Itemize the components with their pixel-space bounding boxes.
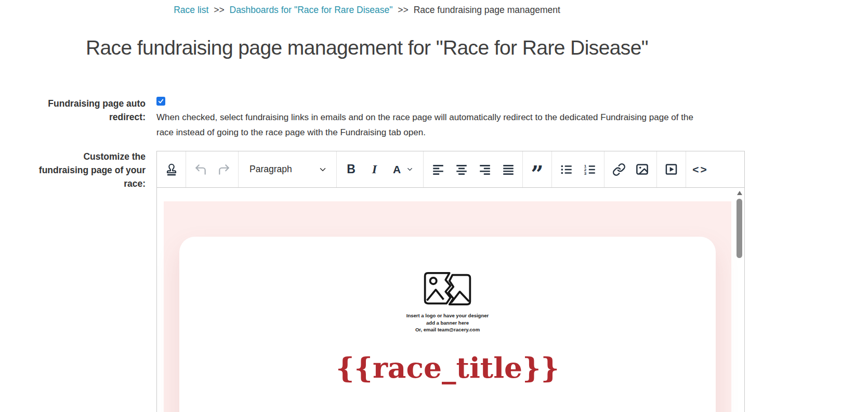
source-code-button[interactable]: <>: [689, 157, 712, 183]
toolbar-group-lists: 123: [552, 151, 604, 187]
bullet-list-button[interactable]: [555, 157, 578, 183]
redo-icon: [217, 163, 231, 176]
customize-row: Customize the fundraising page of your r…: [0, 150, 734, 412]
race-title-token[interactable]: {{race_title}}: [179, 351, 716, 384]
align-center-button[interactable]: [450, 157, 473, 183]
undo-button[interactable]: [189, 157, 212, 183]
toolbar-group-quote: ”: [523, 151, 552, 187]
image-icon: [635, 162, 649, 176]
editor-scrollbar[interactable]: [735, 189, 743, 412]
auto-redirect-label: Fundraising page auto redirect:: [34, 97, 146, 124]
toolbar-group-format: Paragraph: [239, 151, 337, 187]
image-button[interactable]: [630, 157, 654, 183]
fundraising-page-card: Insert a logo or have your designer add …: [179, 237, 716, 412]
rich-text-editor: Paragraph B I A: [156, 151, 745, 412]
toolbar-group-media: [657, 151, 686, 187]
link-icon: [612, 163, 626, 176]
italic-button[interactable]: I: [363, 157, 386, 183]
fundraising-page-background: Insert a logo or have your designer add …: [164, 201, 731, 412]
paragraph-dropdown[interactable]: Paragraph: [241, 157, 334, 183]
auto-redirect-description: When checked, select fundraising links i…: [156, 110, 709, 140]
italic-icon: I: [372, 162, 377, 176]
customize-label-col: Customize the fundraising page of your r…: [0, 150, 146, 190]
toolbar-group-stamp: [157, 151, 186, 187]
breadcrumb-separator: >>: [214, 5, 224, 15]
align-center-icon: [455, 163, 468, 176]
bold-button[interactable]: B: [339, 157, 363, 183]
undo-icon: [194, 163, 207, 176]
redo-button[interactable]: [212, 157, 235, 183]
toolbar-group-align: [424, 151, 523, 187]
link-button[interactable]: [607, 157, 630, 183]
align-right-icon: [478, 163, 492, 176]
stamp-icon: [164, 162, 179, 177]
blockquote-button[interactable]: ”: [525, 157, 549, 183]
customize-label: Customize the fundraising page of your r…: [34, 150, 146, 190]
checkmark-icon: [157, 98, 164, 105]
scrollbar-thumb[interactable]: [737, 199, 742, 258]
align-right-button[interactable]: [473, 157, 496, 183]
toolbar-group-insert: [604, 151, 657, 187]
content-wrap: Race list >> Dashboards for "Race for Ra…: [0, 0, 734, 412]
breadcrumb: Race list >> Dashboards for "Race for Ra…: [0, 0, 734, 16]
align-left-button[interactable]: [426, 157, 450, 183]
blockquote-icon: ”: [531, 172, 543, 177]
breadcrumb-separator: >>: [398, 5, 408, 15]
text-color-button[interactable]: A: [386, 157, 420, 183]
page-title: Race fundraising page management for "Ra…: [0, 36, 734, 59]
media-icon: [664, 162, 678, 176]
source-code-icon: <>: [692, 163, 708, 176]
chevron-down-icon: [318, 165, 327, 174]
editor-content-area[interactable]: Insert a logo or have your designer add …: [157, 188, 744, 412]
editor-toolbar: Paragraph B I A: [157, 151, 744, 188]
align-justify-button[interactable]: [496, 157, 520, 183]
banner-placeholder-text[interactable]: Insert a logo or have your designer add …: [179, 312, 716, 333]
breadcrumb-current: Race fundraising page management: [414, 5, 560, 15]
toolbar-group-code: <>: [686, 151, 715, 187]
auto-redirect-checkbox[interactable]: [156, 97, 165, 106]
auto-redirect-field: When checked, select fundraising links i…: [156, 97, 734, 140]
banner-placeholder-line: Or, email team@racery.com: [179, 326, 716, 333]
chevron-down-icon: [406, 165, 414, 173]
banner-placeholder-line: Insert a logo or have your designer: [179, 312, 716, 319]
media-button[interactable]: [660, 157, 683, 183]
numbered-list-icon: 123: [583, 163, 597, 176]
banner-placeholder-line: add a banner here: [179, 319, 716, 327]
broken-image-icon[interactable]: [422, 271, 473, 306]
breadcrumb-link-dashboards[interactable]: Dashboards for "Race for Rare Disease": [230, 5, 393, 15]
auto-redirect-label-col: Fundraising page auto redirect:: [0, 97, 146, 124]
page: Race list >> Dashboards for "Race for Ra…: [0, 0, 868, 412]
bullet-list-icon: [560, 163, 573, 176]
paragraph-dropdown-label: Paragraph: [249, 164, 292, 175]
toolbar-group-history: [186, 151, 239, 187]
scroll-up-arrow-icon[interactable]: [737, 191, 742, 195]
svg-text:3: 3: [584, 171, 586, 176]
breadcrumb-link-race-list[interactable]: Race list: [174, 5, 208, 15]
align-justify-icon: [502, 163, 515, 176]
toolbar-group-text-style: B I A: [337, 151, 424, 187]
align-left-icon: [431, 163, 445, 176]
stamp-button[interactable]: [160, 157, 183, 183]
numbered-list-button[interactable]: 123: [578, 157, 601, 183]
customize-field: Paragraph B I A: [156, 150, 745, 412]
text-color-icon: A: [393, 163, 401, 176]
bold-icon: B: [347, 162, 356, 176]
auto-redirect-row: Fundraising page auto redirect: When che…: [0, 97, 734, 140]
